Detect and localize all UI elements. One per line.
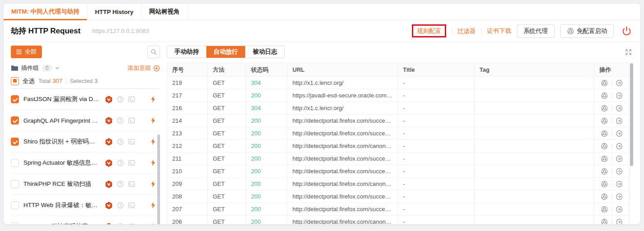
table-row[interactable]: 206 GET 200 http://detectportal.firefox.… bbox=[167, 216, 630, 225]
table-row[interactable]: 214 GET 200 http://detectportal.firefox.… bbox=[167, 115, 630, 127]
help-icon[interactable]: ? bbox=[117, 202, 124, 209]
all-plugins-button[interactable]: 全部 bbox=[11, 46, 42, 58]
open-in-browser-icon[interactable] bbox=[601, 79, 608, 87]
system-proxy-button[interactable]: 系统代理 bbox=[517, 24, 555, 38]
add-to-group-label: 添加至组 bbox=[128, 64, 151, 72]
plugin-checkbox[interactable] bbox=[11, 95, 19, 103]
forward-icon[interactable] bbox=[616, 79, 623, 87]
forward-icon[interactable] bbox=[616, 206, 623, 213]
select-all-label: 全选 bbox=[23, 77, 35, 85]
cell-title: - bbox=[398, 127, 475, 140]
open-in-browser-icon[interactable] bbox=[601, 105, 608, 112]
folder-icon bbox=[11, 65, 18, 71]
plugin-checkbox[interactable] bbox=[11, 138, 19, 146]
tab-auto-pass[interactable]: 自动放行 bbox=[206, 46, 245, 58]
plugin-checkbox[interactable] bbox=[11, 222, 19, 224]
table-row[interactable]: 210 GET 200 http://detectportal.firefox.… bbox=[167, 165, 630, 178]
plugin-list-item[interactable]: FastJSON 漏洞检测 via DNSLog ? bbox=[11, 89, 160, 110]
rule-config-link[interactable]: 规则配置 bbox=[417, 28, 441, 34]
tab-site-tree[interactable]: 网站树视角 bbox=[142, 4, 188, 20]
open-in-browser-icon[interactable] bbox=[601, 155, 608, 162]
terminal-icon[interactable] bbox=[128, 180, 135, 188]
open-in-browser-icon[interactable] bbox=[601, 130, 608, 137]
help-icon[interactable]: ? bbox=[117, 96, 124, 103]
select-all-checkbox[interactable] bbox=[11, 77, 19, 85]
forward-icon[interactable] bbox=[616, 155, 623, 162]
table-row[interactable]: 216 GET 304 http://x1.c.lencr.org/ - bbox=[167, 102, 630, 115]
help-icon[interactable]: ? bbox=[117, 180, 124, 188]
divider bbox=[612, 118, 612, 124]
lightning-icon[interactable] bbox=[150, 117, 160, 124]
plugin-checkbox[interactable] bbox=[11, 159, 19, 167]
lightning-icon[interactable] bbox=[150, 96, 160, 103]
help-icon[interactable]: ? bbox=[117, 138, 124, 145]
svg-text:?: ? bbox=[119, 203, 121, 208]
forward-icon[interactable] bbox=[616, 130, 623, 137]
plugin-name: HTTP Web 目录爆破：敏感中... bbox=[23, 201, 100, 209]
cert-download-link[interactable]: 证书下载 bbox=[487, 27, 512, 35]
plugin-checkbox[interactable] bbox=[11, 116, 19, 125]
plugin-list-item[interactable]: Spring Actuator 敏感信息泄漏 ? bbox=[11, 152, 160, 174]
plugin-badge-icon bbox=[105, 138, 113, 146]
search-button[interactable] bbox=[147, 46, 160, 58]
table-row[interactable]: 211 GET 200 http://detectportal.firefox.… bbox=[167, 152, 630, 165]
plugin-badge-icon bbox=[105, 96, 113, 103]
open-in-browser-icon[interactable] bbox=[601, 117, 608, 125]
forward-icon[interactable] bbox=[616, 180, 623, 188]
open-in-browser-icon[interactable] bbox=[601, 168, 608, 175]
divider bbox=[612, 130, 612, 136]
forward-icon[interactable] bbox=[616, 117, 623, 125]
forward-icon[interactable] bbox=[616, 92, 623, 99]
plugin-checkbox[interactable] bbox=[11, 180, 19, 188]
cell-title: - bbox=[398, 77, 475, 89]
add-to-group-button[interactable]: 添加至组 bbox=[128, 64, 160, 72]
forward-icon[interactable] bbox=[616, 193, 623, 200]
open-in-browser-icon[interactable] bbox=[601, 218, 608, 225]
terminal-icon[interactable] bbox=[128, 223, 135, 224]
plugin-list-item[interactable]: GraphQL API Fingerprint Chec... ? bbox=[11, 110, 160, 131]
fullscreen-button[interactable] bbox=[625, 48, 632, 56]
table-scrollbar[interactable] bbox=[630, 63, 633, 166]
open-in-browser-icon[interactable] bbox=[601, 92, 608, 99]
table-row[interactable]: 219 GET 304 http://x1.c.lencr.org/ - bbox=[167, 77, 630, 89]
forward-icon[interactable] bbox=[616, 105, 623, 112]
plugin-list-item[interactable]: ThinkPHP RCE 被动扫描 ? bbox=[11, 174, 160, 195]
forward-icon[interactable] bbox=[616, 143, 623, 150]
plugin-list-item[interactable]: HTTP Web 目录爆破：敏感中... ? bbox=[11, 195, 160, 216]
terminal-icon[interactable] bbox=[128, 117, 135, 124]
help-icon[interactable]: ? bbox=[117, 117, 124, 124]
plugin-list-item[interactable]: Shiro 指纹识别 + 弱密码检测 ? bbox=[11, 131, 160, 152]
help-icon[interactable]: ? bbox=[117, 223, 124, 224]
chevron-down-icon[interactable] bbox=[55, 65, 60, 71]
zero-config-start-button[interactable]: 免配置启动 bbox=[560, 24, 614, 38]
help-icon[interactable]: ? bbox=[117, 159, 124, 166]
table-row[interactable]: 208 GET 200 http://detectportal.firefox.… bbox=[167, 190, 630, 203]
table-row[interactable]: 213 GET 200 http://detectportal.firefox.… bbox=[167, 127, 630, 140]
intercept-mode-tabs: 手动劫持 自动放行 被动日志 bbox=[167, 46, 285, 58]
forward-icon[interactable] bbox=[616, 218, 623, 225]
tab-passive-log[interactable]: 被动日志 bbox=[245, 46, 284, 58]
table-row[interactable]: 209 GET 200 http://detectportal.firefox.… bbox=[167, 178, 630, 190]
plugin-checkbox[interactable] bbox=[11, 201, 19, 209]
filter-link[interactable]: 过滤器 bbox=[457, 27, 476, 35]
power-button[interactable] bbox=[622, 26, 631, 36]
sidebar-scrollbar[interactable] bbox=[157, 134, 160, 224]
open-in-browser-icon[interactable] bbox=[601, 180, 608, 188]
table-row[interactable]: 212 GET 200 http://detectportal.firefox.… bbox=[167, 140, 630, 152]
tab-manual-hijack[interactable]: 手动劫持 bbox=[167, 46, 206, 58]
cell-status: 200 bbox=[246, 216, 288, 225]
forward-icon[interactable] bbox=[616, 168, 623, 175]
tab-http-history[interactable]: HTTP History bbox=[87, 4, 142, 20]
open-in-browser-icon[interactable] bbox=[601, 193, 608, 200]
terminal-icon[interactable] bbox=[128, 96, 135, 103]
terminal-icon[interactable] bbox=[128, 202, 135, 209]
plugin-list-item[interactable]: ActiveMQ 默认密码检查 ? bbox=[11, 216, 160, 224]
terminal-icon[interactable] bbox=[128, 159, 135, 166]
table-row[interactable]: 217 GET 200 https://javadl-esd-secure.or… bbox=[167, 89, 630, 102]
terminal-icon[interactable] bbox=[128, 138, 135, 145]
open-in-browser-icon[interactable] bbox=[601, 206, 608, 213]
cell-method: GET bbox=[208, 89, 246, 102]
open-in-browser-icon[interactable] bbox=[601, 143, 608, 150]
tab-mitm[interactable]: MITM: 中间人代理与劫持 bbox=[4, 4, 87, 20]
table-row[interactable]: 207 GET 200 http://detectportal.firefox.… bbox=[167, 203, 630, 216]
